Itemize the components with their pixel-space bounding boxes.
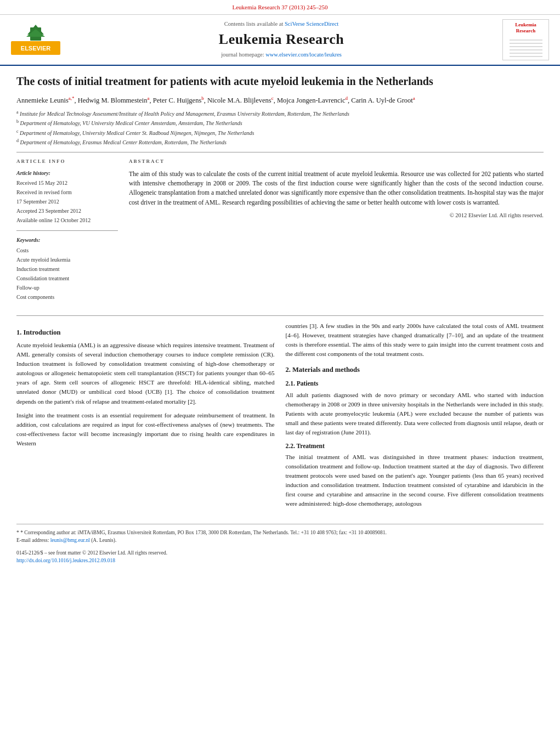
date-revised-label: Received in revised form <box>16 188 118 197</box>
keyword-consolidation: Consolidation treatment <box>16 274 118 283</box>
introduction-heading: 1. Introduction <box>16 328 275 338</box>
sciverse-link[interactable]: SciVerse ScienceDirect <box>285 21 338 27</box>
journal-reference: Leukemia Research 37 (2013) 245–250 <box>232 4 327 10</box>
keyword-followup: Follow-up <box>16 283 118 292</box>
article-info-panel: ARTICLE INFO Article history: Received 1… <box>16 158 118 307</box>
keyword-aml: Acute myeloid leukemia <box>16 255 118 264</box>
journal-title: Leukemia Research <box>71 30 491 49</box>
affiliation-d: d Department of Hematology, Erasmus Medi… <box>16 138 544 146</box>
footnote-email-label: E-mail address: <box>16 538 49 543</box>
article-dates: Received 15 May 2012 Received in revised… <box>16 179 118 225</box>
intro-paragraph-3: countries [3]. A few studies in the 90s … <box>286 321 544 359</box>
intro-paragraph-1: Acute myeloid leukemia (AML) is an aggre… <box>16 341 275 406</box>
treatment-subheading: 2.2. Treatment <box>286 442 544 450</box>
footnote-section: * * Corresponding author at: iMTA/iBMG, … <box>16 524 544 564</box>
article-info-label: ARTICLE INFO <box>16 158 118 165</box>
footnote-issn-section: 0145-2126/$ – see front matter © 2012 El… <box>16 549 544 565</box>
date-online: Available online 12 October 2012 <box>16 216 118 225</box>
divider-2 <box>16 315 544 316</box>
logo-box-title-line1: Leukemia Research <box>515 22 536 34</box>
article-title: The costs of initial treatment for patie… <box>16 74 544 88</box>
date-accepted: Accepted 23 September 2012 <box>16 207 118 216</box>
abstract-text: The aim of this study was to calculate t… <box>129 169 544 207</box>
date-revised: 17 September 2012 <box>16 197 118 206</box>
divider-1 <box>16 152 544 152</box>
authors: Annemieke Leunisa,*, Hedwig M. Blommeste… <box>16 95 544 106</box>
date-received: Received 15 May 2012 <box>16 179 118 188</box>
body-right-column: countries [3]. A few studies in the 90s … <box>286 321 544 513</box>
sciverse-line: Contents lists available at SciVerse Sci… <box>71 20 491 29</box>
history-label: Article history: <box>16 169 118 177</box>
footnote-star-note: * * Corresponding author at: iMTA/iBMG, … <box>16 529 544 536</box>
footnote-doi: http://dx.doi.org/10.1016/j.leukres.2012… <box>16 557 544 564</box>
treatment-text: The initial treatment of AML was disting… <box>286 452 544 508</box>
homepage-link[interactable]: www.elsevier.com/locate/leukres <box>265 52 342 58</box>
footnote-doi-link[interactable]: http://dx.doi.org/10.1016/j.leukres.2012… <box>16 558 115 563</box>
journal-header: ELSEVIER Contents lists available at Sci… <box>0 15 560 66</box>
footnote-email: E-mail address: leunis@bmg.eur.nl (A. Le… <box>16 536 544 544</box>
patients-subheading: 2.1. Patients <box>286 379 544 388</box>
materials-methods-heading: 2. Materials and methods <box>286 365 544 375</box>
abstract-label: ABSTRACT <box>129 158 544 165</box>
affiliation-c: c Department of Hematology, University M… <box>16 128 544 137</box>
journal-center-block: Contents lists available at SciVerse Sci… <box>71 20 491 59</box>
footnote-issn: 0145-2126/$ – see front matter © 2012 El… <box>16 549 544 557</box>
main-content: The costs of initial treatment for patie… <box>0 66 560 575</box>
body-left-column: 1. Introduction Acute myeloid leukemia (… <box>16 321 275 513</box>
top-bar: Leukemia Research 37 (2013) 245–250 <box>0 0 560 15</box>
homepage-line: journal homepage: www.elsevier.com/locat… <box>71 51 491 59</box>
keyword-costs: Costs <box>16 246 118 255</box>
keyword-induction: Induction treatment <box>16 264 118 274</box>
elsevier-logo: ELSEVIER <box>11 25 60 55</box>
leukemia-research-logo-box: Leukemia Research <box>502 19 549 60</box>
copyright-line: © 2012 Elsevier Ltd. All rights reserved… <box>129 212 544 220</box>
logo-box-decoration <box>507 36 545 58</box>
affiliation-a: a Institute for Medical Technology Asses… <box>16 109 544 118</box>
abstract-section: ABSTRACT The aim of this study was to ca… <box>129 158 544 307</box>
patients-text: All adult patients diagnosed with de nov… <box>286 391 544 437</box>
keywords-list: Costs Acute myeloid leukemia Induction t… <box>16 246 118 302</box>
keywords-block: Keywords: Costs Acute myeloid leukemia I… <box>16 236 118 302</box>
keyword-cost-components: Cost components <box>16 292 118 302</box>
svg-text:ELSEVIER: ELSEVIER <box>21 45 50 52</box>
article-info-abstract-section: ARTICLE INFO Article history: Received 1… <box>16 158 544 307</box>
footnote-email-link[interactable]: leunis@bmg.eur.nl <box>50 538 90 543</box>
affiliations: a Institute for Medical Technology Asses… <box>16 109 544 146</box>
intro-paragraph-2: Insight into the treatment costs is an e… <box>16 411 275 448</box>
keywords-label: Keywords: <box>16 236 118 244</box>
article-history-block: Article history: Received 15 May 2012 Re… <box>16 169 118 225</box>
body-content: 1. Introduction Acute myeloid leukemia (… <box>16 321 544 513</box>
divider-keywords <box>16 230 118 231</box>
affiliation-b: b Department of Hematology, VU Universit… <box>16 118 544 127</box>
